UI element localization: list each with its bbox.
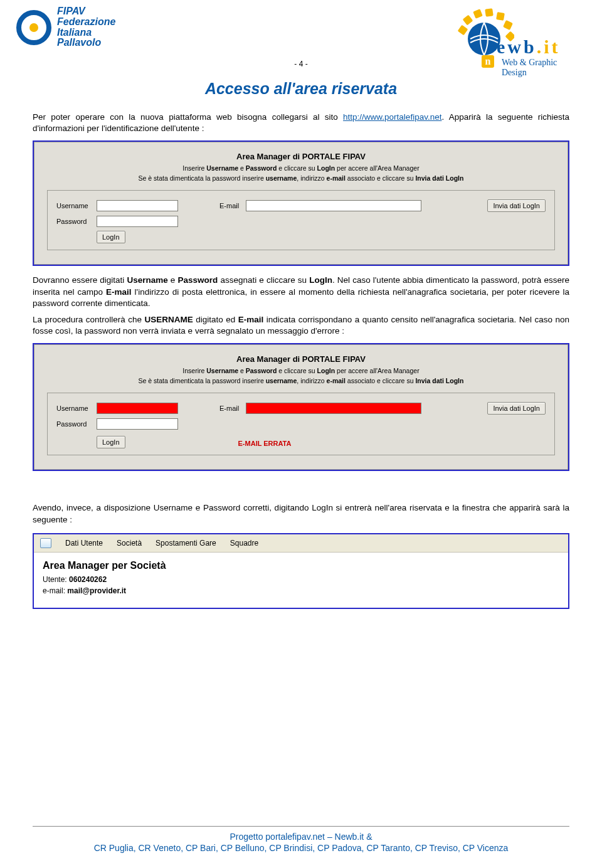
menu-spostamenti-gare[interactable]: Spostamenti Gare	[156, 538, 216, 548]
invia-dati-login-button-2[interactable]: Invia dati LogIn	[487, 402, 546, 415]
panel1-sub1: Inserire Username e Password e cliccare …	[42, 164, 560, 172]
panel1-title: Area Manager di PORTALE FIPAV	[42, 151, 560, 162]
home-icon[interactable]	[40, 538, 51, 548]
email-label-2: E-mail	[219, 404, 246, 413]
paragraph-3: La procedura controllerà che USERNAME di…	[33, 314, 569, 337]
page-title: Accesso all'area riservata	[0, 80, 602, 98]
area-menubar: Dati Utente Società Spostamenti Gare Squ…	[34, 534, 568, 553]
footer-line2: CR Puglia, CR Veneto, CP Bari, CP Bellun…	[33, 843, 569, 853]
newb-brand-1: ewb	[497, 36, 537, 57]
panel2-sub2: Se è stata dimenticata la password inser…	[42, 376, 560, 385]
email-input[interactable]	[246, 200, 421, 211]
panel1-sub2: Se è stata dimenticata la password inser…	[42, 174, 560, 183]
menu-societa[interactable]: Società	[117, 538, 142, 548]
username-label: Username	[56, 201, 97, 211]
newb-n-badge: n	[482, 55, 494, 68]
footer-line1: Progetto portalefipav.net – Newb.it &	[33, 832, 569, 842]
fipav-logo-text: FIPAV Federazione Italiana Pallavolo	[57, 6, 115, 48]
menu-dati-utente[interactable]: Dati Utente	[65, 538, 103, 548]
invia-dati-login-button[interactable]: Invia dati LogIn	[487, 199, 546, 212]
fipav-logo-icon	[16, 9, 52, 46]
newb-tagline: Web & Graphic Design	[502, 58, 583, 78]
intro-paragraph: Per poter operare con la nuova piattafor…	[33, 112, 569, 134]
newb-logo: ewb.it n Web & Graphic Design	[439, 6, 583, 75]
newb-brand-2: .it	[537, 36, 561, 57]
password-label: Password	[56, 217, 97, 226]
email-input-error[interactable]	[246, 403, 421, 414]
area-user-info: Utente: 060240262 e-mail: mail@provider.…	[34, 574, 568, 608]
username-label-2: Username	[56, 404, 97, 413]
username-input[interactable]	[97, 200, 178, 211]
login-button[interactable]: LogIn	[97, 231, 125, 243]
fipav-line2: Federazione	[57, 17, 115, 28]
svg-rect-5	[485, 8, 494, 17]
panel2-title: Area Manager di PORTALE FIPAV	[42, 354, 560, 365]
email-error-message: E-MAIL ERRATA	[238, 439, 292, 448]
svg-rect-6	[473, 9, 483, 19]
fipav-line1: FIPAV	[57, 6, 115, 17]
svg-rect-3	[503, 20, 513, 30]
fipav-logo: FIPAV Federazione Italiana Pallavolo	[16, 6, 115, 48]
fipav-line4: Pallavolo	[57, 38, 115, 48]
svg-rect-7	[463, 15, 473, 26]
panel2-sub1: Inserire Username e Password e cliccare …	[42, 366, 560, 375]
svg-rect-8	[458, 25, 468, 36]
portalefipav-link[interactable]: http://www.portalefipav.net	[343, 112, 441, 122]
fipav-line3: Italiana	[57, 28, 115, 38]
password-input[interactable]	[97, 216, 178, 227]
menu-squadre[interactable]: Squadre	[230, 538, 258, 548]
area-manager-panel: Dati Utente Società Spostamenti Gare Squ…	[33, 533, 569, 609]
paragraph-4: Avendo, invece, a disposizione Username …	[33, 502, 569, 525]
password-label-2: Password	[56, 420, 97, 429]
paragraph-2: Dovranno essere digitati Username e Pass…	[33, 275, 569, 309]
page-footer: Progetto portalefipav.net – Newb.it & CR…	[33, 826, 569, 853]
email-label: E-mail	[219, 201, 246, 211]
svg-rect-2	[496, 12, 505, 21]
login-button-2[interactable]: LogIn	[97, 436, 125, 448]
password-input-2[interactable]	[97, 418, 178, 430]
svg-point-1	[29, 23, 38, 32]
main-content: Per poter operare con la nuova piattafor…	[0, 112, 602, 609]
login-panel-2-error: Area Manager di PORTALE FIPAV Inserire U…	[33, 343, 569, 471]
area-manager-heading: Area Manager per Società	[34, 553, 568, 574]
username-input-error[interactable]	[97, 403, 178, 414]
login-panel-1: Area Manager di PORTALE FIPAV Inserire U…	[33, 140, 569, 266]
